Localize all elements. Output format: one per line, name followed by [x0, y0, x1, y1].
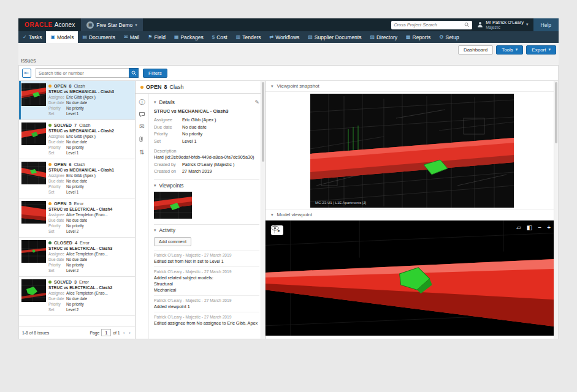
activity-text: Added viewpoint 1 — [154, 304, 259, 310]
chevron-down-icon[interactable]: ▾ — [271, 84, 273, 89]
issue-title: STRUC vs ELECTRICAL - Clash2 — [48, 285, 132, 290]
issue-type: Clash — [79, 123, 90, 128]
tenders-icon: ▥ — [236, 34, 241, 40]
issue-type: Error — [79, 279, 89, 285]
zoom-in-icon[interactable]: + — [547, 225, 551, 231]
issue-card[interactable]: OPEN5Error STRUC vs ELECTRICAL - Clash4 … — [19, 198, 135, 238]
tab-label: Tenders — [242, 34, 261, 40]
zoom-out-icon[interactable]: − — [538, 225, 541, 231]
section-tool-icon[interactable]: ◧ — [527, 225, 532, 231]
tab-mail[interactable]: ✉Mail — [120, 31, 143, 43]
issue-set: Level 2 — [66, 228, 78, 234]
issue-card[interactable]: SOLVED3Error STRUC vs ELECTRICAL - Clash… — [19, 277, 135, 316]
viewpoint-thumbnail[interactable] — [154, 192, 192, 219]
tab-reports[interactable]: ▩Reports — [402, 31, 435, 43]
issue-card[interactable]: OPEN6Clash STRUC vs MECHANICAL - Clash1 … — [19, 159, 135, 198]
packages-icon: ▦ — [174, 34, 179, 40]
field-label: Priority — [48, 105, 66, 111]
issue-card[interactable]: OPEN8Clash STRUC vs MECHANICAL - Clash3 … — [19, 81, 135, 120]
results-summary: 1-8 of 8 issues — [22, 331, 88, 335]
field-label: Set — [48, 228, 66, 234]
tab-tenders[interactable]: ▥Tenders — [232, 31, 266, 43]
issue-type: Error — [74, 201, 83, 206]
help-button[interactable]: Help — [533, 18, 559, 31]
detail-scrollbar[interactable] — [261, 81, 265, 339]
collapse-panel-button[interactable]: ⇤ — [22, 69, 31, 78]
mail-icon[interactable]: ✉ — [139, 124, 144, 130]
page-number-input[interactable] — [101, 329, 111, 336]
prev-page-button[interactable]: ‹ — [122, 330, 126, 336]
issue-set: Level 1 — [66, 189, 78, 195]
tools-button[interactable]: Tools▾ — [496, 45, 523, 55]
viewpoints-section-header: ▾ Viewpoints — [154, 183, 259, 189]
chevron-down-icon[interactable]: ▾ — [271, 213, 273, 217]
field-label: Priority — [48, 184, 66, 189]
tab-cost[interactable]: $Cost — [208, 31, 232, 43]
user-menu[interactable]: Mr Patrick O'Leary Majestic ▾ — [477, 20, 528, 29]
project-icon: ▦ — [86, 21, 94, 29]
select-tool-icon[interactable]: ▱ — [516, 225, 521, 231]
tab-directory[interactable]: ▨Directory — [365, 31, 402, 43]
scrollbar-thumb[interactable] — [262, 82, 264, 162]
chevron-down-icon[interactable]: ▾ — [154, 100, 156, 105]
pagination-bar: 1-8 of 8 issues Page of 1 ‹ › — [19, 326, 135, 339]
issue-card[interactable]: CLOSED4Error STRUC vs ELECTRICAL - Clash… — [19, 238, 135, 277]
issue-search-input[interactable] — [36, 68, 129, 78]
tab-setup[interactable]: ⚙Setup — [435, 31, 463, 43]
comment-icon[interactable] — [139, 111, 145, 118]
export-button[interactable]: Export▾ — [526, 45, 556, 55]
details-section-header: ▾ Details ✎ — [154, 99, 259, 105]
edit-icon[interactable]: ✎ — [254, 99, 259, 105]
field-label: Assignee — [48, 290, 66, 296]
snapshot-caption: MC-23-U1 | L1E Apartments [J] — [315, 201, 367, 205]
chevron-down-icon[interactable]: ▾ — [154, 228, 156, 233]
issue-priority: No priority — [66, 301, 84, 307]
issue-title: STRUC vs ELECTRICAL - Clash4 — [48, 207, 132, 211]
cross-project-search-input[interactable] — [394, 22, 463, 28]
filters-button[interactable]: Filters — [143, 69, 167, 78]
export-label: Export — [532, 47, 546, 53]
cross-project-search[interactable] — [391, 21, 472, 29]
eye-icon[interactable] — [271, 225, 279, 231]
tab-documents[interactable]: ▤Documents — [78, 31, 120, 43]
field-label: Set — [48, 268, 66, 273]
tab-supplier-documents[interactable]: ▧Supplier Documents — [304, 31, 365, 43]
issue-status: OPEN — [54, 162, 66, 167]
issue-type: Clash — [74, 83, 85, 89]
tab-field[interactable]: ⚑Field — [143, 31, 170, 43]
dashboard-button[interactable]: Dashboard — [458, 45, 493, 55]
issue-status: OPEN — [54, 83, 66, 89]
issue-set: Level 2 — [66, 268, 78, 273]
add-comment-button[interactable]: Add comment — [154, 237, 191, 246]
detail-number: 8 — [164, 84, 167, 90]
model-viewpoint-image[interactable] — [266, 221, 558, 336]
tab-models[interactable]: ▣Models — [46, 31, 78, 43]
activity-meta: Patrick O'Leary - Majestic - 27 March 20… — [154, 253, 259, 257]
scrollbar-thumb[interactable] — [555, 82, 557, 143]
viewpanel-scrollbar[interactable] — [554, 81, 558, 339]
issue-card[interactable]: SOLVED7Clash STRUC vs MECHANICAL - Clash… — [19, 120, 135, 159]
tab-workflows[interactable]: ⇄Workflows — [266, 31, 304, 43]
field-label: Priority — [48, 262, 66, 268]
info-icon[interactable]: ⓘ — [139, 99, 145, 105]
model-viewport[interactable]: ▸ ▱ ◧ − + — [266, 221, 558, 336]
field-label: Due date — [48, 217, 66, 223]
oracle-logo: ORACLE — [25, 21, 53, 28]
issue-due-date: No due date — [66, 217, 87, 223]
attachment-icon[interactable] — [139, 136, 145, 143]
search-button[interactable] — [129, 68, 139, 78]
chevron-down-icon[interactable]: ▾ — [154, 183, 156, 188]
tab-label: Supplier Documents — [315, 34, 362, 40]
next-page-button[interactable]: › — [128, 330, 132, 336]
tab-tasks[interactable]: ✓Tasks — [18, 31, 46, 43]
project-selector[interactable]: ▦ Five Star Demo ▾ — [81, 18, 143, 31]
top-bar: ORACLE Aconex ▦ Five Star Demo ▾ Mr Patr… — [18, 18, 559, 31]
tab-packages[interactable]: ▦Packages — [170, 31, 208, 43]
issue-type: Error — [80, 240, 90, 246]
viewpoint-snapshot-image[interactable]: MC-23-U1 | L1E Apartments [J] — [310, 94, 514, 208]
issue-thumbnail — [21, 83, 46, 106]
activity-text: Edited assignee from No assignee to Eric… — [154, 320, 259, 326]
field-label: Assignee — [48, 94, 66, 100]
activity-text: Edited set from Not in set to Level 1 — [154, 258, 259, 265]
sync-icon[interactable]: ⇅ — [139, 149, 144, 156]
